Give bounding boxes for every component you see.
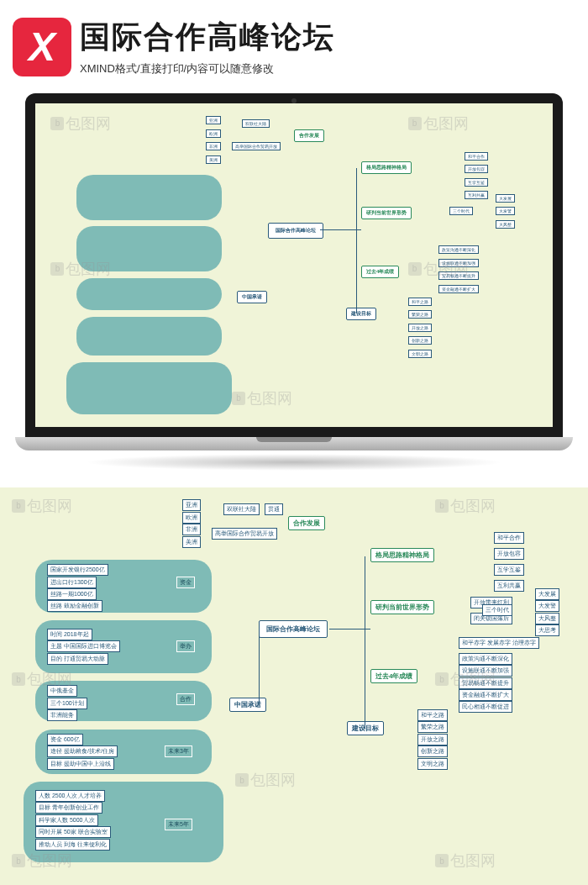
center-node: 国际合作高峰论坛 <box>268 223 323 239</box>
branch-goals: 建设目标 <box>346 308 376 320</box>
main-title: 国际合作高峰论坛 <box>80 17 575 58</box>
branch-world: 研判当前世界形势 <box>361 207 412 219</box>
full-preview: 国际合作高峰论坛 合作发展 格局思路精神格局 研判当前世界形势 过去4年成绩 建… <box>0 487 588 885</box>
title-group: 国际合作高峰论坛 XMIND格式/直接打印/内容可以随意修改 <box>80 17 575 76</box>
subtitle: XMIND格式/直接打印/内容可以随意修改 <box>80 61 575 76</box>
branch-past: 过去4年成绩 <box>361 266 399 278</box>
center-node-full: 国际合作高峰论坛 <box>259 620 328 638</box>
branch-cooperation: 合作发展 <box>294 129 324 142</box>
branch-china: 中国承诺 <box>237 291 267 303</box>
branch-spirit: 格局思路精神格局 <box>361 161 412 174</box>
mindmap-preview: 国际合作高峰论坛 合作发展 格局思路精神格局 研判当前世界形势 过去4年成绩 建… <box>35 103 553 427</box>
xmind-logo: X <box>13 18 71 76</box>
laptop-mockup: 国际合作高峰论坛 合作发展 格局思路精神格局 研判当前世界形势 过去4年成绩 建… <box>25 93 563 471</box>
watermark: b包图网 <box>50 113 111 134</box>
logo-letter: X <box>29 24 55 70</box>
